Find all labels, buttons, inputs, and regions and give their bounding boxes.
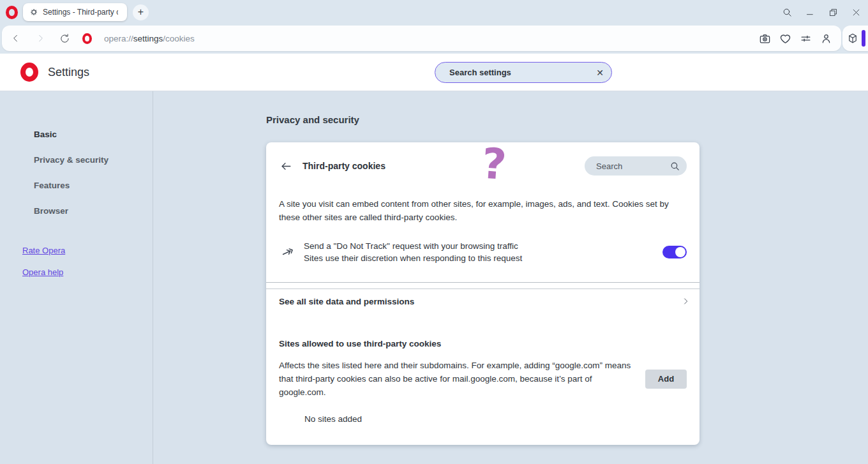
dnt-subtitle: Sites use their discretion when respondi…	[304, 252, 522, 264]
section-heading: Privacy and security	[266, 114, 359, 125]
opera-badge-icon	[82, 33, 92, 44]
heart-icon[interactable]	[779, 33, 791, 45]
url-host: settings	[133, 34, 163, 43]
dnt-title: Send a "Do Not Track" request with your …	[304, 240, 522, 252]
settings-search-box[interactable]: ✕	[435, 62, 612, 83]
tab-title: Settings - Third-party cookies	[43, 8, 118, 17]
back-button-card[interactable]	[279, 159, 293, 173]
reload-button[interactable]	[57, 31, 72, 46]
tune-icon[interactable]	[800, 33, 812, 45]
new-tab-button[interactable]: +	[133, 4, 149, 20]
minimize-button[interactable]	[802, 4, 818, 20]
opera-menu-logo[interactable]	[6, 6, 18, 19]
allowed-sites-description: Affects the sites listed here and their …	[279, 359, 634, 399]
dnt-arrow-icon	[281, 245, 295, 259]
sidebar-item-basic[interactable]: Basic	[34, 130, 153, 138]
do-not-track-row: Send a "Do Not Track" request with your …	[281, 240, 687, 264]
question-mark-annotation: ?	[480, 139, 508, 190]
card-description: A site you visit can embed content from …	[279, 197, 687, 224]
page-body: Basic Privacy & security Features Browse…	[0, 91, 868, 464]
restore-icon	[828, 8, 838, 17]
allowed-sites-row: Affects the sites listed here and their …	[279, 359, 687, 399]
rate-opera-link[interactable]: Rate Opera	[22, 246, 153, 255]
gear-icon	[29, 8, 38, 17]
opera-logo	[20, 63, 38, 82]
toolbar: opera://settings/cookies	[0, 24, 868, 54]
back-icon	[11, 33, 21, 43]
toggle-knob	[675, 247, 685, 257]
address-bar-actions	[759, 33, 841, 45]
camera-icon[interactable]	[759, 33, 771, 45]
close-icon	[851, 8, 861, 17]
dnt-text: Send a "Do Not Track" request with your …	[304, 240, 522, 264]
search-icon	[782, 7, 793, 18]
card-section-divider	[266, 282, 700, 289]
url-path: /cookies	[163, 34, 195, 43]
address-bar[interactable]: opera://settings/cookies	[2, 26, 841, 51]
clear-search-icon[interactable]: ✕	[596, 68, 604, 78]
see-all-site-data-row[interactable]: See all site data and permissions	[266, 289, 700, 313]
plus-icon: +	[138, 6, 144, 18]
main-content: Privacy and security Third-party cookies…	[153, 91, 868, 464]
restore-button[interactable]	[825, 4, 841, 20]
url-text: opera://settings/cookies	[104, 34, 195, 43]
page-title: Settings	[48, 66, 89, 79]
profile-icon[interactable]	[820, 33, 832, 45]
reload-icon	[59, 33, 70, 44]
cube-icon[interactable]	[847, 33, 858, 44]
settings-header: Settings ✕	[0, 54, 868, 91]
sidebar-item-privacy-security[interactable]: Privacy & security	[34, 155, 153, 164]
search-icon	[670, 161, 680, 172]
forward-button[interactable]	[33, 31, 48, 46]
no-sites-added-label: No sites added	[304, 414, 687, 424]
opera-help-link[interactable]: Opera help	[22, 267, 153, 277]
card-search-input[interactable]	[596, 161, 670, 171]
sidebar-links: Rate Opera Opera help	[34, 246, 153, 277]
sidebar: Basic Privacy & security Features Browse…	[0, 91, 153, 464]
dnt-toggle[interactable]	[662, 246, 687, 258]
arrow-left-icon	[280, 160, 292, 172]
card-search-box[interactable]	[585, 156, 687, 176]
title-bar: Settings - Third-party cookies +	[0, 0, 868, 24]
back-button[interactable]	[8, 31, 24, 46]
minimize-icon	[805, 8, 815, 17]
panel-indicator-bar[interactable]	[862, 30, 865, 47]
add-site-button[interactable]: Add	[645, 370, 687, 389]
allowed-sites-heading: Sites allowed to use third-party cookies	[279, 339, 687, 348]
close-window-button[interactable]	[848, 4, 864, 20]
url-scheme: opera://	[104, 34, 133, 43]
see-all-label: See all site data and permissions	[279, 297, 414, 306]
sidebar-item-features[interactable]: Features	[34, 181, 153, 190]
tab-search-button[interactable]	[779, 4, 795, 20]
card-title: Third-party cookies	[303, 161, 385, 171]
settings-search-input[interactable]	[449, 68, 596, 77]
forward-icon	[35, 33, 45, 43]
sidebar-item-browser[interactable]: Browser	[34, 206, 153, 215]
browser-tab[interactable]: Settings - Third-party cookies	[23, 3, 127, 21]
chevron-right-icon	[680, 296, 691, 306]
sidebar-panel-toggle[interactable]	[842, 26, 868, 51]
third-party-cookies-card: Third-party cookies ? A site you visit c…	[266, 142, 700, 445]
